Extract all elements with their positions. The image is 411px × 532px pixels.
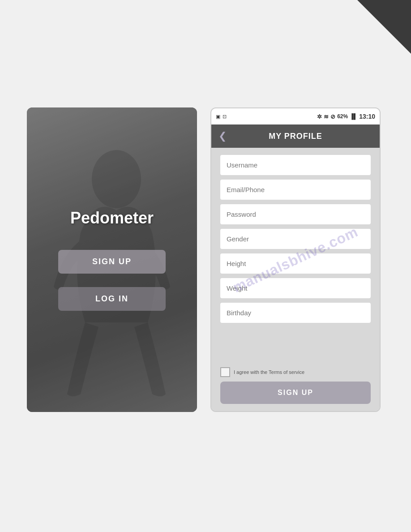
login-button[interactable]: LOG IN (58, 287, 166, 311)
height-input[interactable] (220, 253, 371, 274)
signup-button[interactable]: SIGN UP (58, 250, 166, 274)
battery-icon: ▐▌ (350, 113, 357, 120)
back-button[interactable]: ❮ (218, 130, 227, 142)
right-phone-screen: ▣ ⊡ ✲ ≋ ⊘ 62% ▐▌ 13:10 ❮ MY PROFILE manu… (210, 107, 381, 412)
dnd-icon: ⊘ (330, 113, 335, 120)
username-input[interactable] (220, 155, 371, 175)
battery-percent: 62% (337, 113, 348, 120)
app-header: ❮ MY PROFILE (211, 124, 380, 148)
notification-icon-2: ⊡ (223, 114, 227, 120)
birthday-input[interactable] (220, 303, 371, 323)
corner-decoration (357, 0, 411, 54)
profile-signup-button[interactable]: SIGN UP (220, 382, 371, 404)
form-bottom: I agree with the Terms of service SIGN U… (211, 364, 380, 411)
header-title: MY PROFILE (232, 132, 359, 141)
terms-text: I agree with the Terms of service (234, 369, 304, 375)
password-input[interactable] (220, 204, 371, 224)
profile-form (211, 148, 380, 364)
status-left-icons: ▣ ⊡ (216, 114, 227, 120)
app-title: Pedometer (70, 209, 154, 227)
terms-checkbox[interactable] (220, 367, 230, 377)
left-phone-screen: Pedometer SIGN UP LOG IN (27, 107, 197, 412)
gender-input[interactable] (220, 229, 371, 249)
wifi-icon: ≋ (324, 113, 329, 120)
email-phone-input[interactable] (220, 180, 371, 200)
screens-container: Pedometer SIGN UP LOG IN ▣ ⊡ ✲ ≋ ⊘ 62% ▐… (27, 107, 381, 412)
weight-input[interactable] (220, 278, 371, 298)
status-bar: ▣ ⊡ ✲ ≋ ⊘ 62% ▐▌ 13:10 (211, 108, 380, 124)
status-right-area: ✲ ≋ ⊘ 62% ▐▌ 13:10 (317, 113, 375, 120)
bluetooth-icon: ✲ (317, 113, 322, 120)
notification-icon-1: ▣ (216, 114, 220, 120)
clock: 13:10 (359, 113, 375, 120)
left-screen-content: Pedometer SIGN UP LOG IN (27, 107, 197, 412)
terms-row: I agree with the Terms of service (220, 367, 371, 377)
